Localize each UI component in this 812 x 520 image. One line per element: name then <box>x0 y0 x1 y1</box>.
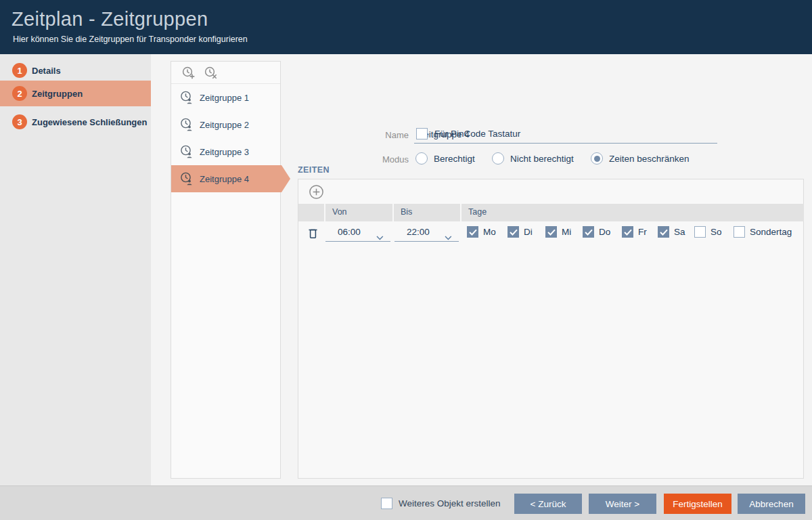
checkbox[interactable] <box>467 226 478 238</box>
fertigstellen-button[interactable]: Fertigstellen <box>664 494 731 514</box>
clock-user-icon <box>179 144 194 159</box>
time-group-list-panel: Zeitgruppe 1 Zeitgruppe 2 Zeitgruppe 3 Z… <box>171 61 281 479</box>
day-checkbox-sondertag[interactable]: Sondertag <box>734 226 792 238</box>
clock-user-icon <box>179 117 194 132</box>
step-label: Zugewiesene Schließungen <box>32 117 147 127</box>
wizard-steps-sidebar: 1 Details 2 Zeitgruppen 3 Zugewiesene Sc… <box>0 54 151 485</box>
wizard-header: Zeitplan - Zeitgruppen Hier können Sie d… <box>0 0 812 54</box>
pincode-checkbox[interactable] <box>416 128 428 139</box>
modus-label: Modus <box>368 154 409 165</box>
radio-circle <box>492 152 504 165</box>
radio-berechtigt[interactable]: Berechtigt <box>415 152 475 165</box>
trash-icon[interactable] <box>307 227 319 240</box>
chevron-down-icon <box>376 231 384 243</box>
pincode-label: Für PinCode Tastatur <box>434 129 520 139</box>
page-subtitle: Hier können Sie die Zeitgruppen für Tran… <box>13 35 248 44</box>
day-checkbox-mi[interactable]: Mi <box>545 226 571 238</box>
checkbox[interactable] <box>694 226 706 238</box>
table-header-cell-empty <box>298 204 324 221</box>
column-header-label: Von <box>332 207 347 217</box>
von-value: 06:00 <box>338 227 361 237</box>
column-header-label: Bis <box>401 207 412 217</box>
zurueck-button[interactable]: < Zurück <box>514 494 582 514</box>
step-number-badge: 1 <box>12 63 27 78</box>
day-label: Fr <box>638 227 647 237</box>
step-number-badge: 2 <box>12 86 27 101</box>
checkbox[interactable] <box>545 226 557 238</box>
radio-nicht-berechtigt[interactable]: Nicht berechtigt <box>492 152 574 165</box>
time-group-toolbar <box>171 62 280 84</box>
list-item[interactable]: Zeitgruppe 2 <box>171 111 280 138</box>
radio-zeiten-beschraenken[interactable]: Zeiten beschränken <box>591 152 690 165</box>
day-checkbox-di[interactable]: Di <box>508 226 533 238</box>
radio-circle <box>415 152 428 165</box>
footer-bar: Weiteres Objekt erstellen < Zurück Weite… <box>0 485 812 520</box>
page-title: Zeitplan - Zeitgruppen <box>12 8 208 30</box>
table-header-tage: Tage <box>461 204 804 221</box>
main-content: Zeitgruppe 1 Zeitgruppe 2 Zeitgruppe 3 Z… <box>151 54 812 485</box>
list-item-label: Zeitgruppe 3 <box>200 147 249 157</box>
checkbox[interactable] <box>734 226 745 238</box>
day-label: Do <box>599 227 610 237</box>
day-checkbox-so[interactable]: So <box>694 226 722 238</box>
checkbox[interactable] <box>658 226 669 238</box>
list-item[interactable]: Zeitgruppe 3 <box>171 138 280 165</box>
checkbox[interactable] <box>583 226 594 238</box>
table-header-bis: Bis <box>394 204 460 221</box>
table-row: 06:00 22:00 Mo Di Mi <box>298 221 803 246</box>
weiter-button[interactable]: Weiter > <box>589 494 656 514</box>
abbrechen-button[interactable]: Abbrechen <box>738 494 805 514</box>
von-select[interactable]: 06:00 <box>325 223 390 242</box>
weiteres-objekt-checkbox[interactable] <box>381 498 392 509</box>
chevron-down-icon <box>445 231 452 243</box>
checkbox[interactable] <box>622 226 633 238</box>
radio-label: Nicht berechtigt <box>510 154 574 164</box>
bis-value: 22:00 <box>407 227 430 237</box>
list-item-label: Zeitgruppe 1 <box>200 93 249 103</box>
step-label: Zeitgruppen <box>32 89 83 99</box>
zeiten-section-title: ZEITEN <box>298 165 330 175</box>
weiteres-objekt-label: Weiteres Objekt erstellen <box>399 498 501 508</box>
day-label: Mo <box>483 227 496 237</box>
pincode-checkbox-row[interactable]: Für PinCode Tastatur <box>416 128 520 139</box>
checkbox[interactable] <box>508 226 519 238</box>
day-label: Sa <box>674 227 685 237</box>
list-item-label: Zeitgruppe 4 <box>200 174 249 184</box>
radio-circle <box>591 152 603 165</box>
radio-label: Zeiten beschränken <box>609 154 690 164</box>
bis-select[interactable]: 22:00 <box>394 223 459 242</box>
day-label: So <box>710 227 722 237</box>
step-zugewiesene-schliessungen[interactable]: 3 Zugewiesene Schließungen <box>0 109 151 135</box>
weiteres-objekt-row[interactable]: Weiteres Objekt erstellen <box>381 498 501 509</box>
list-item-label: Zeitgruppe 2 <box>200 120 249 130</box>
clock-plus-icon[interactable] <box>181 66 196 81</box>
clock-x-icon[interactable] <box>204 66 219 81</box>
step-details[interactable]: 1 Details <box>0 58 151 83</box>
day-checkbox-do[interactable]: Do <box>583 226 610 238</box>
zeiten-panel: Von Bis Tage 06:00 22:00 <box>298 179 804 479</box>
name-label: Name <box>368 130 409 140</box>
step-zeitgruppen[interactable]: 2 Zeitgruppen <box>0 81 151 106</box>
day-checkbox-mo[interactable]: Mo <box>467 226 496 238</box>
day-label: Di <box>524 227 533 237</box>
day-label: Mi <box>562 227 571 237</box>
day-label: Sondertag <box>750 227 792 237</box>
plus-circle-icon[interactable] <box>309 184 324 200</box>
clock-user-icon <box>179 171 194 186</box>
day-checkbox-sa[interactable]: Sa <box>658 226 685 238</box>
step-number-badge: 3 <box>12 114 27 129</box>
radio-label: Berechtigt <box>434 154 475 164</box>
list-item[interactable]: Zeitgruppe 1 <box>171 84 280 111</box>
clock-user-icon <box>179 90 194 105</box>
column-header-label: Tage <box>468 207 487 217</box>
list-item[interactable]: Zeitgruppe 4 <box>171 165 281 192</box>
day-checkbox-fr[interactable]: Fr <box>622 226 647 238</box>
table-header-von: Von <box>325 204 392 221</box>
step-label: Details <box>32 66 61 76</box>
